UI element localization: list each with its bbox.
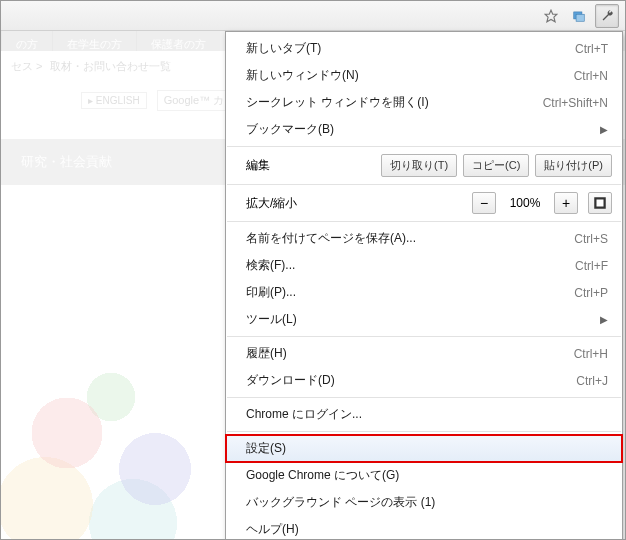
menu-label: 印刷(P)... (246, 284, 296, 301)
svg-marker-0 (545, 10, 557, 22)
breadcrumb-item: 取材・お問い合わせ一覧 (50, 59, 171, 74)
menu-label: 拡大/縮小 (246, 195, 466, 212)
menu-edit-row: 編集 切り取り(T) コピー(C) 貼り付け(P) (226, 150, 622, 181)
menu-tools[interactable]: ツール(L) ▶ (226, 306, 622, 333)
menu-label: シークレット ウィンドウを開く(I) (246, 94, 429, 111)
svg-rect-2 (576, 14, 584, 21)
menu-incognito[interactable]: シークレット ウィンドウを開く(I) Ctrl+Shift+N (226, 89, 622, 116)
menu-separator (227, 221, 621, 222)
page-icon[interactable] (567, 4, 591, 28)
menu-separator (227, 184, 621, 185)
menu-label: 新しいウィンドウ(N) (246, 67, 359, 84)
menu-label: ダウンロード(D) (246, 372, 335, 389)
menu-bg-pages[interactable]: バックグラウンド ページの表示 (1) (226, 489, 622, 516)
decorative-figures (1, 181, 221, 540)
menu-signin[interactable]: Chrome にログイン... (226, 401, 622, 428)
fullscreen-button[interactable] (588, 192, 612, 214)
paste-button[interactable]: 貼り付け(P) (535, 154, 612, 177)
chevron-right-icon: ▶ (600, 314, 608, 325)
menu-label: ブックマーク(B) (246, 121, 334, 138)
zoom-out-button[interactable]: − (472, 192, 496, 214)
menu-shortcut: Ctrl+H (574, 347, 608, 361)
menu-separator (227, 336, 621, 337)
wrench-menu: 新しいタブ(T) Ctrl+T 新しいウィンドウ(N) Ctrl+N シークレッ… (225, 31, 623, 540)
menu-about[interactable]: Google Chrome について(G) (226, 462, 622, 489)
menu-save-as[interactable]: 名前を付けてページを保存(A)... Ctrl+S (226, 225, 622, 252)
menu-print[interactable]: 印刷(P)... Ctrl+P (226, 279, 622, 306)
english-button: ▸ ENGLISH (81, 92, 147, 109)
menu-label: 新しいタブ(T) (246, 40, 321, 57)
menu-label: 編集 (246, 157, 375, 174)
zoom-in-button[interactable]: + (554, 192, 578, 214)
menu-shortcut: Ctrl+J (576, 374, 608, 388)
menu-label: Chrome にログイン... (246, 406, 362, 423)
menu-help[interactable]: ヘルプ(H) (226, 516, 622, 540)
menu-label: ツール(L) (246, 311, 297, 328)
chevron-right-icon: ▶ (600, 124, 608, 135)
google-search-box: Google™ カ (157, 90, 232, 111)
menu-label: 設定(S) (246, 440, 286, 457)
menu-shortcut: Ctrl+P (574, 286, 608, 300)
nav-tab: 保護者の方 (136, 31, 220, 51)
menu-label: ヘルプ(H) (246, 521, 299, 538)
cut-button[interactable]: 切り取り(T) (381, 154, 457, 177)
star-icon[interactable] (539, 4, 563, 28)
menu-bookmarks[interactable]: ブックマーク(B) ▶ (226, 116, 622, 143)
breadcrumb-sep: セス > (11, 59, 42, 74)
menu-label: Google Chrome について(G) (246, 467, 399, 484)
menu-label: バックグラウンド ページの表示 (1) (246, 494, 435, 511)
menu-find[interactable]: 検索(F)... Ctrl+F (226, 252, 622, 279)
menu-shortcut: Ctrl+Shift+N (543, 96, 608, 110)
copy-button[interactable]: コピー(C) (463, 154, 529, 177)
menu-shortcut: Ctrl+T (575, 42, 608, 56)
nav-tab: 在学生の方 (52, 31, 136, 51)
menu-zoom-row: 拡大/縮小 − 100% + (226, 188, 622, 218)
menu-label: 検索(F)... (246, 257, 295, 274)
svg-rect-5 (597, 200, 604, 207)
menu-shortcut: Ctrl+F (575, 259, 608, 273)
menu-shortcut: Ctrl+S (574, 232, 608, 246)
menu-new-tab[interactable]: 新しいタブ(T) Ctrl+T (226, 35, 622, 62)
menu-separator (227, 397, 621, 398)
nav-tab: の方 (1, 31, 52, 51)
menu-separator (227, 146, 621, 147)
menu-separator (227, 431, 621, 432)
menu-settings[interactable]: 設定(S) (226, 435, 622, 462)
browser-toolbar (1, 1, 625, 31)
menu-downloads[interactable]: ダウンロード(D) Ctrl+J (226, 367, 622, 394)
menu-label: 名前を付けてページを保存(A)... (246, 230, 416, 247)
wrench-icon[interactable] (595, 4, 619, 28)
menu-label: 履歴(H) (246, 345, 287, 362)
menu-new-window[interactable]: 新しいウィンドウ(N) Ctrl+N (226, 62, 622, 89)
zoom-percent: 100% (502, 196, 548, 210)
menu-history[interactable]: 履歴(H) Ctrl+H (226, 340, 622, 367)
menu-shortcut: Ctrl+N (574, 69, 608, 83)
